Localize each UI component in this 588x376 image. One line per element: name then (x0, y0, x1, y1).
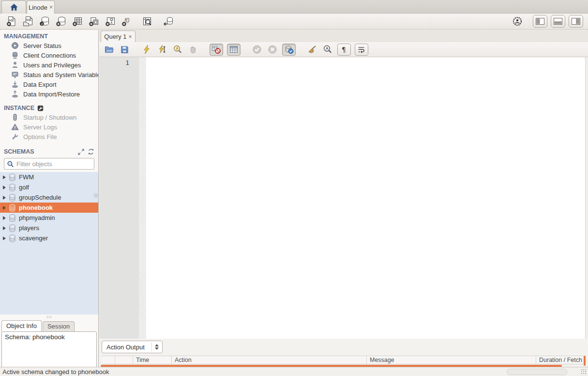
editor-text-area[interactable] (146, 57, 585, 360)
status-variables-icon (11, 71, 19, 78)
save-script-button[interactable] (119, 44, 130, 55)
column-header-message[interactable]: Message (367, 356, 536, 364)
stop-execution-button (187, 44, 199, 55)
column-header-icon[interactable] (102, 356, 115, 364)
tab-object-info[interactable]: Object Info (1, 320, 42, 331)
sidebar-item-server-logs[interactable]: Server Logs (0, 122, 98, 132)
create-function-button[interactable]: f() (120, 15, 133, 28)
svg-text:A: A (326, 46, 329, 51)
schema-row-groupschedule[interactable]: groupSchedule (0, 192, 98, 203)
output-vertical-scrollbar[interactable] (584, 356, 586, 366)
sql-editor-area: Query 1 × (99, 30, 588, 367)
toggle-word-wrap-button[interactable] (355, 44, 368, 56)
users-icon (11, 61, 19, 69)
new-sql-tab-button[interactable]: SQL (5, 15, 18, 28)
progress-indicator (507, 369, 567, 375)
refresh-icon[interactable] (88, 148, 94, 155)
schemas-section-header: SCHEMAS (0, 141, 98, 156)
toggle-stop-on-error-button[interactable] (210, 44, 223, 56)
inspect-database-button[interactable]: i (38, 15, 51, 28)
output-view-selector[interactable]: Action Output (102, 341, 163, 353)
tab-query-1[interactable]: Query 1 × (101, 31, 136, 42)
close-icon[interactable]: × (129, 33, 132, 40)
column-header-time[interactable]: Time (133, 356, 172, 364)
open-script-button[interactable] (103, 44, 115, 55)
commit-button (251, 44, 263, 55)
toggle-invisible-characters-button[interactable]: ¶ (337, 44, 351, 56)
sql-editor[interactable]: 1 (99, 57, 585, 360)
schema-row-scavenger[interactable]: scavenger (0, 233, 98, 243)
expander-icon[interactable] (3, 236, 6, 240)
line-number-gutter: 1 (99, 57, 139, 360)
editor-vertical-scrollbar[interactable] (585, 57, 588, 360)
database-icon (9, 224, 16, 232)
schema-row-phonebook[interactable]: phonebook (0, 203, 98, 213)
schema-row-fwm[interactable]: FWM (0, 172, 98, 182)
info-tab-strip: Object Info Session (0, 319, 98, 331)
line-number: 1 (125, 59, 129, 66)
output-grid-header: Time Action Message Duration / Fetch (102, 356, 583, 364)
schema-filter-box (4, 158, 94, 170)
beautify-script-button[interactable] (306, 44, 318, 55)
sidebar-resize-grip[interactable] (94, 194, 98, 197)
toggle-autocommit-button[interactable] (282, 44, 296, 56)
connection-tab-linode[interactable]: Linode × (27, 0, 55, 14)
instance-title: INSTANCE (4, 105, 34, 111)
expander-icon[interactable] (3, 206, 6, 210)
close-icon[interactable]: × (49, 4, 53, 11)
explain-statement-button[interactable] (172, 44, 183, 55)
svg-text:f(): f() (124, 17, 129, 23)
toggle-left-panel-button[interactable] (533, 15, 547, 28)
reconnect-dbms-button[interactable] (162, 15, 175, 28)
toggle-right-panel-button[interactable] (569, 15, 583, 28)
database-icon (9, 204, 16, 212)
tab-session[interactable]: Session (43, 321, 75, 331)
create-procedure-button[interactable] (104, 15, 117, 28)
sidebar: MANAGEMENT Server Status Client Connecti… (0, 30, 99, 367)
database-icon (9, 214, 16, 222)
schema-filter-input[interactable] (16, 160, 99, 168)
expander-icon[interactable] (3, 196, 6, 200)
open-sql-script-button[interactable]: SQL (21, 15, 34, 28)
window-tab-strip: Linode × (0, 0, 588, 14)
column-header-action[interactable]: Action (172, 356, 367, 364)
management-title: MANAGEMENT (4, 33, 48, 40)
expand-icon[interactable] (78, 149, 84, 155)
sidebar-item-status-system-variables[interactable]: Status and System Variables (0, 70, 98, 79)
schema-row-phpmyadmin[interactable]: phpmyadmin (0, 213, 98, 223)
home-tab[interactable] (1, 0, 26, 14)
expander-icon[interactable] (3, 186, 6, 189)
limit-rows-button[interactable] (227, 44, 241, 56)
sidebar-item-options-file[interactable]: Options File (0, 132, 98, 141)
server-logs-icon (11, 123, 19, 131)
schema-row-players[interactable]: players (0, 223, 98, 233)
info-panel-splitter[interactable] (0, 314, 98, 319)
sidebar-item-client-connections[interactable]: Client Connections (0, 50, 98, 60)
object-info-panel: Schema: phonebook (1, 331, 97, 367)
window-resize-grip[interactable] (581, 369, 587, 375)
sql-editor-toolbar: A ¶ (99, 42, 588, 57)
execute-button[interactable] (141, 44, 152, 55)
preferences-icon[interactable] (511, 15, 524, 28)
sidebar-item-server-status[interactable]: Server Status (0, 41, 98, 50)
expander-icon[interactable] (3, 216, 6, 220)
search-table-data-button[interactable] (140, 15, 153, 28)
create-schema-button[interactable] (54, 15, 67, 28)
create-view-button[interactable] (87, 15, 100, 28)
data-import-icon (11, 90, 19, 98)
create-table-button[interactable] (71, 15, 84, 28)
fold-margin (139, 57, 146, 360)
sidebar-item-data-export[interactable]: Data Export (0, 79, 98, 89)
toggle-bottom-panel-button[interactable] (551, 15, 565, 28)
expander-icon[interactable] (3, 175, 6, 179)
schema-list: FWM golf groupSchedule phonebook phpmyad (0, 172, 98, 314)
execute-current-statement-button[interactable] (156, 44, 168, 55)
schema-row-golf[interactable]: golf (0, 182, 98, 192)
column-header-duration[interactable]: Duration / Fetch (536, 356, 583, 364)
find-button[interactable]: A (322, 44, 333, 55)
sidebar-item-startup-shutdown[interactable]: Startup / Shutdown (0, 112, 98, 122)
column-header-index[interactable] (115, 356, 133, 364)
expander-icon[interactable] (3, 226, 6, 230)
sidebar-item-data-import[interactable]: Data Import/Restore (0, 89, 98, 99)
sidebar-item-users-privileges[interactable]: Users and Privileges (0, 60, 98, 70)
